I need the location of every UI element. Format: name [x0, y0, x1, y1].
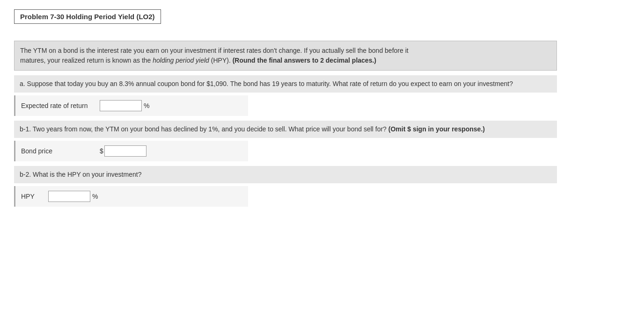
description-bold: (Round the final answers to 2 decimal pl…: [233, 57, 376, 64]
question-b2-text: b-2. What is the HPY on your investment?: [14, 166, 557, 183]
answer-b2-row: HPY %: [14, 186, 248, 207]
expected-rate-label: Expected rate of return: [21, 102, 96, 109]
expected-rate-input[interactable]: [100, 100, 142, 111]
page-title: Problem 7-30 Holding Period Yield (LO2): [14, 9, 161, 24]
description-box: The YTM on a bond is the interest rate y…: [14, 41, 557, 71]
dollar-symbol-b1: $: [100, 147, 103, 155]
answer-a-row: Expected rate of return %: [14, 95, 248, 116]
description-line2b: (HPY).: [209, 57, 233, 64]
hpy-label: HPY: [21, 193, 44, 200]
percent-symbol-b2: %: [92, 193, 98, 200]
section-b2: b-2. What is the HPY on your investment?…: [14, 166, 630, 207]
hpy-input[interactable]: [48, 191, 90, 202]
question-b1-bold: (Omit $ sign in your response.): [388, 125, 485, 133]
description-line2: matures, your realized return is known a…: [20, 57, 153, 64]
percent-symbol-a: %: [144, 102, 149, 109]
answer-b1-row: Bond price $: [14, 141, 248, 161]
question-a-text: a. Suppose that today you buy an 8.3% an…: [14, 75, 557, 93]
question-b1-text: b-1. Two years from now, the YTM on your…: [14, 121, 557, 138]
bond-price-input[interactable]: [104, 145, 146, 157]
bond-price-label: Bond price: [21, 147, 96, 155]
section-b1: b-1. Two years from now, the YTM on your…: [14, 121, 630, 161]
description-line1: The YTM on a bond is the interest rate y…: [20, 47, 409, 54]
section-a: a. Suppose that today you buy an 8.3% an…: [14, 75, 630, 116]
description-italic: holding period yield: [153, 57, 209, 64]
question-b1-plain: b-1. Two years from now, the YTM on your…: [20, 125, 388, 133]
